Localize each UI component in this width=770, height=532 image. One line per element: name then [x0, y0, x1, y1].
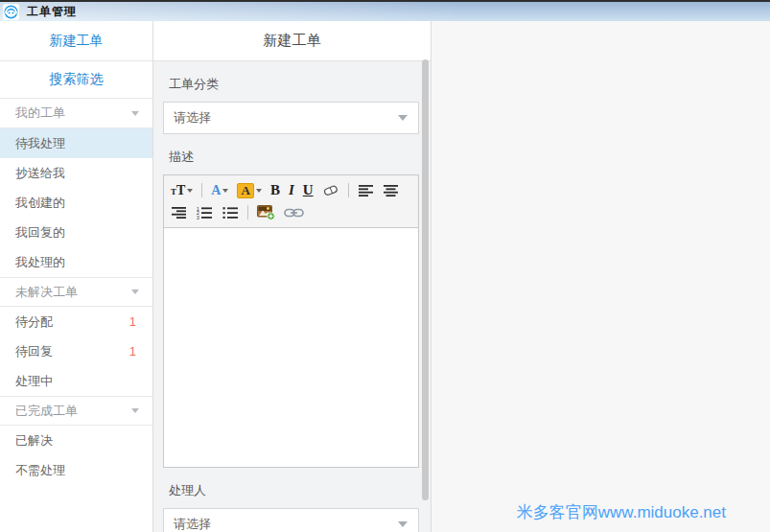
remove-format-eraser-icon[interactable] [322, 183, 339, 197]
unordered-list-icon[interactable] [222, 206, 239, 220]
sidebar-item-pending-me[interactable]: 待我处理 [0, 128, 152, 158]
description-editor-area[interactable] [164, 228, 418, 467]
highlight-color-button[interactable]: A [237, 183, 261, 198]
count-badge: 1 [129, 314, 136, 329]
insert-link-icon[interactable] [284, 207, 304, 219]
sidebar-item-created-by-me[interactable]: 我创建的 [0, 188, 152, 218]
insert-image-icon[interactable] [257, 205, 275, 220]
sidebar-item-label: 待我处理 [15, 135, 65, 152]
sidebar: 新建工单 搜索筛选 我的工单 待我处理 抄送给我 我创建的 我回复的 [0, 21, 153, 532]
ordered-list-icon[interactable]: 1 2 3 [196, 206, 213, 220]
sidebar-group-label: 我的工单 [15, 104, 65, 122]
chevron-down-icon [131, 408, 139, 413]
toolbar-separator [247, 205, 248, 220]
app-body: 新建工单 搜索筛选 我的工单 待我处理 抄送给我 我创建的 我回复的 [0, 21, 770, 532]
italic-button[interactable]: I [289, 183, 294, 197]
svg-text:3: 3 [197, 215, 199, 220]
form-title: 新建工单 [153, 21, 431, 61]
toolbar-row-1: TT A A [171, 179, 411, 201]
toolbar-separator [201, 183, 202, 197]
chevron-down-icon [131, 111, 139, 116]
sidebar-item-to-reply[interactable]: 待回复 1 [0, 336, 152, 366]
dropdown-arrow-icon [187, 189, 193, 193]
new-ticket-form-panel: 新建工单 工单分类 请选择 描述 TT [153, 21, 432, 532]
sidebar-item-label: 待分配 [15, 313, 53, 331]
new-ticket-button[interactable]: 新建工单 [0, 21, 152, 61]
titlebar: 工单管理 [0, 0, 770, 21]
align-right-icon[interactable] [171, 206, 187, 219]
assignee-label: 处理人 [169, 482, 419, 499]
sidebar-item-resolved[interactable]: 已解决 [0, 426, 152, 455]
sidebar-item-label: 我创建的 [15, 195, 65, 212]
sidebar-item-handled-by-me[interactable]: 我处理的 [0, 247, 152, 277]
sidebar-group-my-tickets[interactable]: 我的工单 [0, 99, 152, 128]
description-label: 描述 [169, 149, 419, 166]
sidebar-item-label: 我处理的 [15, 254, 65, 271]
chevron-down-icon [398, 115, 408, 121]
count-badge: 1 [129, 344, 136, 359]
search-filter-button[interactable]: 搜索筛选 [0, 61, 152, 99]
bold-button[interactable]: B [270, 183, 280, 197]
sidebar-item-label: 待回复 [15, 343, 53, 360]
sidebar-item-label: 已解决 [15, 432, 53, 450]
sidebar-item-label: 处理中 [15, 373, 53, 390]
sidebar-group-label: 已完成工单 [15, 403, 78, 420]
dropdown-arrow-icon [222, 189, 228, 193]
dropdown-arrow-icon [256, 189, 262, 193]
category-select-value: 请选择 [174, 109, 211, 127]
chevron-down-icon [131, 289, 139, 294]
underline-button[interactable]: U [303, 183, 314, 197]
toolbar-row-2: 1 2 3 [171, 201, 411, 223]
sidebar-group-unresolved[interactable]: 未解决工单 [0, 277, 152, 307]
category-select[interactable]: 请选择 [163, 102, 419, 134]
sidebar-item-in-progress[interactable]: 处理中 [0, 366, 152, 396]
form-body: 工单分类 请选择 描述 TT [153, 76, 431, 532]
category-label: 工单分类 [169, 76, 419, 93]
align-center-icon[interactable] [383, 184, 399, 197]
font-size-button[interactable]: TT [171, 184, 193, 197]
form-scrollbar-thumb[interactable] [422, 59, 429, 500]
chevron-down-icon [398, 521, 408, 527]
sidebar-item-label: 我回复的 [15, 224, 65, 242]
rich-text-editor: TT A A [163, 174, 419, 468]
sidebar-item-no-action-needed[interactable]: 不需处理 [0, 455, 152, 485]
sidebar-menu: 我的工单 待我处理 抄送给我 我创建的 我回复的 我处理的 [0, 99, 152, 485]
page: 工单管理 新建工单 搜索筛选 我的工单 待我处理 抄送给我 我创建的 [0, 0, 770, 532]
window-title: 工单管理 [27, 4, 77, 20]
align-left-icon[interactable] [358, 184, 374, 197]
sidebar-item-replied-by-me[interactable]: 我回复的 [0, 218, 152, 247]
sidebar-item-label: 不需处理 [15, 462, 65, 479]
assignee-select-value: 请选择 [174, 516, 211, 532]
content-area: 米多客官网www.miduoke.net [432, 21, 770, 532]
sidebar-group-label: 未解决工单 [15, 284, 78, 301]
assignee-select[interactable]: 请选择 [163, 508, 419, 532]
sidebar-group-completed[interactable]: 已完成工单 [0, 396, 152, 426]
watermark-text: 米多客官网www.miduoke.net [517, 501, 726, 523]
editor-toolbar: TT A A [164, 175, 418, 228]
sidebar-item-to-assign[interactable]: 待分配 1 [0, 307, 152, 336]
app-headset-logo-icon [3, 4, 19, 20]
toolbar-separator [348, 183, 349, 197]
sidebar-item-cc-me[interactable]: 抄送给我 [0, 158, 152, 188]
sidebar-item-label: 抄送给我 [15, 165, 65, 182]
font-color-button[interactable]: A [211, 184, 228, 197]
